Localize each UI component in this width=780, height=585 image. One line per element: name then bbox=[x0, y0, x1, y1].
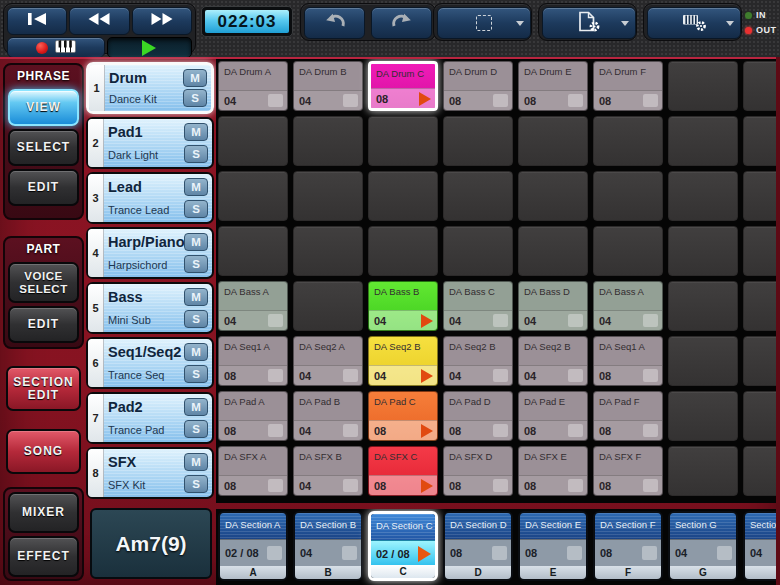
empty-pad[interactable] bbox=[668, 446, 738, 496]
phrase-pad[interactable]: DA Pad E08 bbox=[518, 391, 588, 441]
mute-button[interactable]: M bbox=[184, 178, 208, 196]
track-item[interactable]: 7Pad2Trance PadMS bbox=[86, 392, 214, 444]
mute-button[interactable]: M bbox=[184, 343, 208, 361]
redo-button[interactable] bbox=[371, 7, 432, 39]
phrase-pad[interactable]: DA SFX E08 bbox=[518, 446, 588, 496]
empty-pad[interactable] bbox=[368, 226, 438, 276]
empty-pad[interactable] bbox=[293, 281, 363, 331]
phrase-pad[interactable]: DA Seq2 A04 bbox=[293, 336, 363, 386]
empty-pad[interactable] bbox=[218, 116, 288, 166]
empty-pad[interactable] bbox=[593, 171, 663, 221]
empty-pad[interactable] bbox=[668, 116, 738, 166]
section-pad[interactable]: DA Section F08F bbox=[593, 511, 663, 581]
phrase-pad[interactable]: DA Seq2 B04 bbox=[443, 336, 513, 386]
voice-select-button[interactable]: VOICE SELECT bbox=[8, 262, 79, 303]
empty-pad[interactable] bbox=[368, 116, 438, 166]
section-pad[interactable]: DA Section D08D bbox=[443, 511, 513, 581]
empty-pad[interactable] bbox=[743, 391, 778, 441]
empty-pad[interactable] bbox=[743, 281, 778, 331]
solo-button[interactable]: S bbox=[184, 145, 208, 163]
mute-button[interactable]: M bbox=[184, 123, 208, 141]
solo-button[interactable]: S bbox=[184, 420, 208, 438]
phrase-view-button[interactable]: VIEW bbox=[8, 89, 79, 126]
empty-pad[interactable] bbox=[293, 116, 363, 166]
phrase-pad[interactable]: DA Drum D08 bbox=[443, 61, 513, 111]
undo-button[interactable] bbox=[304, 7, 365, 39]
section-pad[interactable]: Sectio04 bbox=[743, 511, 778, 581]
phrase-select-button[interactable]: SELECT bbox=[8, 129, 79, 166]
section-pad[interactable]: DA Section B04B bbox=[293, 511, 363, 581]
empty-pad[interactable] bbox=[593, 226, 663, 276]
record-button[interactable] bbox=[7, 37, 105, 58]
phrase-pad[interactable]: DA SFX B04 bbox=[293, 446, 363, 496]
play-button[interactable] bbox=[107, 37, 192, 58]
empty-pad[interactable] bbox=[743, 171, 778, 221]
empty-pad[interactable] bbox=[368, 171, 438, 221]
part-edit-button[interactable]: EDIT bbox=[8, 306, 79, 343]
phrase-pad[interactable]: DA Drum F08 bbox=[593, 61, 663, 111]
empty-pad[interactable] bbox=[293, 226, 363, 276]
track-item[interactable]: 6Seq1/Seq2Trance SeqMS bbox=[86, 337, 214, 389]
solo-button[interactable]: S bbox=[184, 310, 208, 328]
track-item[interactable]: 3LeadTrance LeadMS bbox=[86, 172, 214, 224]
empty-pad[interactable] bbox=[443, 226, 513, 276]
phrase-pad[interactable]: DA SFX D08 bbox=[443, 446, 513, 496]
phrase-pad[interactable]: DA Bass A04 bbox=[593, 281, 663, 331]
track-item[interactable]: 1DrumDance KitMS bbox=[86, 62, 214, 114]
mute-button[interactable]: M bbox=[183, 69, 207, 87]
solo-button[interactable]: S bbox=[184, 365, 208, 383]
track-item[interactable]: 2Pad1Dark LightMS bbox=[86, 117, 214, 169]
phrase-pad[interactable]: DA Pad A08 bbox=[218, 391, 288, 441]
rewind-button[interactable] bbox=[69, 7, 129, 35]
file-menu-button[interactable] bbox=[542, 7, 636, 39]
solo-button[interactable]: S bbox=[184, 255, 208, 273]
phrase-edit-button[interactable]: EDIT bbox=[8, 169, 79, 206]
empty-pad[interactable] bbox=[743, 61, 778, 111]
empty-pad[interactable] bbox=[743, 336, 778, 386]
mute-button[interactable]: M bbox=[184, 398, 208, 416]
phrase-pad[interactable]: DA Seq2 B04 bbox=[518, 336, 588, 386]
empty-pad[interactable] bbox=[593, 116, 663, 166]
mute-button[interactable]: M bbox=[184, 288, 208, 306]
fast-forward-button[interactable] bbox=[132, 7, 192, 35]
pattern-menu-button[interactable] bbox=[647, 7, 741, 39]
empty-pad[interactable] bbox=[293, 171, 363, 221]
song-button[interactable]: SONG bbox=[6, 429, 81, 474]
phrase-pad[interactable]: DA Bass C04 bbox=[443, 281, 513, 331]
phrase-pad[interactable]: DA Pad D08 bbox=[443, 391, 513, 441]
mixer-button[interactable]: MIXER bbox=[8, 492, 79, 533]
empty-pad[interactable] bbox=[743, 116, 778, 166]
mute-button[interactable]: M bbox=[184, 233, 208, 251]
empty-pad[interactable] bbox=[668, 226, 738, 276]
track-item[interactable]: 4Harp/PianoHarpsichordMS bbox=[86, 227, 214, 279]
phrase-pad[interactable]: DA Pad B04 bbox=[293, 391, 363, 441]
phrase-pad[interactable]: DA Bass A04 bbox=[218, 281, 288, 331]
empty-pad[interactable] bbox=[668, 391, 738, 441]
phrase-pad[interactable]: DA Bass D04 bbox=[518, 281, 588, 331]
section-pad[interactable]: DA Section C02 / 08C bbox=[368, 511, 438, 581]
empty-pad[interactable] bbox=[743, 446, 778, 496]
phrase-pad[interactable]: DA SFX C08 bbox=[368, 446, 438, 496]
effect-button[interactable]: EFFECT bbox=[8, 536, 79, 577]
section-pad[interactable]: Section G04G bbox=[668, 511, 738, 581]
empty-pad[interactable] bbox=[518, 116, 588, 166]
empty-pad[interactable] bbox=[743, 226, 778, 276]
solo-button[interactable]: S bbox=[183, 89, 207, 107]
track-item[interactable]: 5BassMini SubMS bbox=[86, 282, 214, 334]
phrase-pad[interactable]: DA SFX A08 bbox=[218, 446, 288, 496]
empty-pad[interactable] bbox=[668, 61, 738, 111]
section-edit-button[interactable]: SECTION EDIT bbox=[6, 366, 81, 411]
phrase-pad[interactable]: DA Seq1 A08 bbox=[218, 336, 288, 386]
skip-back-button[interactable] bbox=[7, 7, 67, 35]
empty-pad[interactable] bbox=[518, 226, 588, 276]
phrase-pad[interactable]: DA Drum B04 bbox=[293, 61, 363, 111]
solo-button[interactable]: S bbox=[184, 200, 208, 218]
empty-pad[interactable] bbox=[668, 336, 738, 386]
phrase-pad[interactable]: DA Bass B04 bbox=[368, 281, 438, 331]
mute-button[interactable]: M bbox=[184, 453, 208, 471]
section-pad[interactable]: DA Section E08E bbox=[518, 511, 588, 581]
empty-pad[interactable] bbox=[218, 226, 288, 276]
phrase-pad[interactable]: DA Pad F08 bbox=[593, 391, 663, 441]
empty-pad[interactable] bbox=[668, 171, 738, 221]
selection-tool-button[interactable] bbox=[437, 7, 531, 39]
